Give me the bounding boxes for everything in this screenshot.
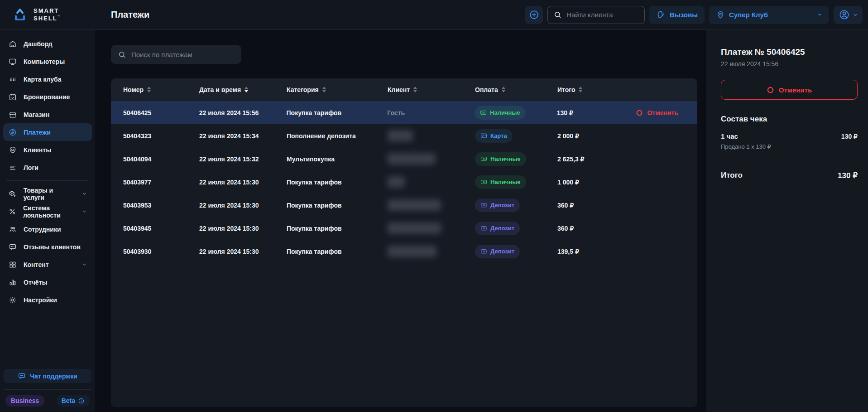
calls-icon (656, 10, 666, 19)
sidebar-item-label: Товары и услуги (24, 187, 75, 201)
support-chat-button[interactable]: Чат поддержки (4, 369, 91, 383)
payment-total: 130 ₽ (557, 109, 636, 116)
chevron-down-icon (82, 262, 87, 267)
payments-search-input[interactable] (131, 51, 235, 58)
payment-total: 360 ₽ (557, 225, 636, 232)
column-header-payment[interactable]: Оплата (475, 86, 557, 93)
payment-details-title: Платеж № 50406425 (721, 47, 858, 57)
sidebar-item-label: Сотрудники (24, 226, 61, 233)
sidebar-item-label: Бронирование (24, 93, 70, 101)
payment-row[interactable]: 5040432322 июля 2024 15:34Пополнение деп… (111, 124, 697, 147)
sidebar-item-computers[interactable]: Компьютеры (3, 53, 92, 70)
club-selector[interactable]: Супер Клуб (709, 6, 829, 24)
payment-total: 1 000 ₽ (557, 179, 636, 186)
chevron-down-icon (82, 191, 87, 196)
payment-method-label: Депозит (490, 202, 514, 208)
cancel-ring-icon (767, 86, 774, 94)
info-icon (78, 397, 85, 404)
deposit-icon (480, 225, 487, 232)
table-body: 5040642522 июля 2024 15:56Покупка тарифо… (111, 101, 697, 263)
support-chat-label: Чат поддержки (30, 373, 77, 380)
sidebar-item-content[interactable]: Контент (3, 256, 92, 273)
sidebar-item-reports[interactable]: Отчёты (3, 273, 92, 291)
calls-button[interactable]: Вызовы (649, 6, 705, 24)
column-label: Номер (123, 86, 144, 93)
payment-method-badge: Карта (475, 129, 513, 143)
chevron-down-icon (853, 13, 858, 17)
sidebar-item-payments[interactable]: Платежи (3, 123, 92, 141)
payment-row[interactable]: 5040395322 июля 2024 15:30Покупка тарифо… (111, 194, 697, 217)
sidebar-item-goods[interactable]: Товары и услуги (3, 185, 92, 203)
column-header-client[interactable]: Клиент (388, 86, 475, 93)
cash-icon (480, 109, 487, 116)
settings-icon (8, 296, 17, 304)
sort-icon (413, 87, 417, 92)
payment-total: 360 ₽ (557, 202, 636, 209)
payments-search[interactable] (111, 45, 241, 64)
payment-details-datetime: 22 июля 2024 15:56 (721, 60, 858, 68)
client-name-redacted (388, 176, 405, 188)
column-header-number[interactable]: Номер (111, 86, 199, 93)
client-search-input[interactable] (566, 11, 639, 19)
receipt-total-value: 130 ₽ (838, 171, 858, 180)
payment-category: Пополнение депозита (287, 132, 388, 140)
client-search[interactable] (547, 6, 645, 24)
user-menu-button[interactable] (834, 6, 863, 24)
beta-badge[interactable]: Beta (57, 395, 90, 407)
sidebar-item-club-map[interactable]: Карта клуба (3, 70, 92, 88)
search-icon (553, 10, 562, 19)
receipt-item-note: Продано 1 x 130 ₽ (721, 143, 858, 150)
loyalty-icon (8, 207, 16, 216)
column-header-total[interactable]: Итого (557, 86, 636, 93)
cash-icon (480, 155, 487, 162)
payment-category: Покупка тарифов (287, 109, 388, 116)
row-cancel-label: Отменить (647, 109, 678, 116)
payment-method-badge: Наличные (475, 106, 526, 120)
payment-row[interactable]: 5040642522 июля 2024 15:56Покупка тарифо… (111, 101, 697, 124)
payment-method: Наличные (475, 106, 557, 120)
clients-icon (8, 145, 17, 154)
payments-table: НомерДата и времяКатегорияКлиентОплатаИт… (111, 78, 697, 407)
sidebar-item-reviews[interactable]: Отзывы клиентов (3, 238, 92, 256)
sidebar-item-clients[interactable]: Клиенты (3, 141, 92, 159)
payment-row[interactable]: 5040393022 июля 2024 15:30Покупка тарифо… (111, 240, 697, 263)
sort-icon (579, 87, 582, 92)
receipt-items: 1 час130 ₽Продано 1 x 130 ₽ (721, 132, 858, 150)
payment-method-badge: Депозит (475, 199, 520, 212)
client-name-redacted (388, 199, 441, 211)
payment-row[interactable]: 5040409422 июля 2024 15:32МультипокупкаН… (111, 147, 697, 170)
payment-client (388, 246, 475, 257)
sidebar-item-shop[interactable]: Магазин (3, 106, 92, 123)
sidebar-item-dashboard[interactable]: Дашборд (3, 35, 92, 53)
row-cancel-button[interactable]: Отменить (636, 109, 678, 116)
staff-icon (8, 225, 17, 233)
chevron-down-icon (82, 209, 87, 214)
receipt-item: 1 час130 ₽Продано 1 x 130 ₽ (721, 132, 858, 150)
payment-row[interactable]: 5040397722 июля 2024 15:30Покупка тарифо… (111, 170, 697, 194)
plan-badge: Business (5, 395, 44, 407)
sidebar-item-logs[interactable]: Логи (3, 159, 92, 176)
payment-row[interactable]: 5040394522 июля 2024 15:30Покупка тарифо… (111, 217, 697, 240)
sidebar-item-settings[interactable]: Настройки (3, 291, 92, 309)
column-header-category[interactable]: Категория (287, 86, 388, 93)
payment-number: 50404323 (111, 132, 199, 140)
column-header-datetime[interactable]: Дата и время (199, 86, 287, 93)
sidebar-item-staff[interactable]: Сотрудники (3, 220, 92, 238)
sidebar-item-label: Компьютеры (24, 58, 65, 65)
sidebar-item-label: Отзывы клиентов (24, 243, 81, 251)
client-name-redacted (388, 153, 436, 165)
add-payment-button[interactable] (525, 6, 543, 24)
cancel-payment-button[interactable]: Отменить (721, 80, 858, 100)
sidebar-item-loyalty[interactable]: Система лояльности (3, 203, 92, 220)
sidebar-badges: Business Beta (3, 395, 92, 407)
payment-method: Карта (475, 129, 557, 143)
sidebar-item-label: Логи (24, 164, 38, 171)
payment-method-label: Наличные (490, 155, 521, 162)
sidebar-item-label: Платежи (24, 129, 51, 136)
payment-client (388, 130, 475, 141)
topbar-actions: Вызовы Супер Клуб (525, 6, 868, 24)
payment-datetime: 22 июля 2024 15:30 (199, 179, 287, 186)
sidebar-item-booking[interactable]: Бронирование (3, 88, 92, 106)
payment-total: 2 000 ₽ (557, 132, 636, 140)
plus-circle-icon (529, 10, 539, 20)
